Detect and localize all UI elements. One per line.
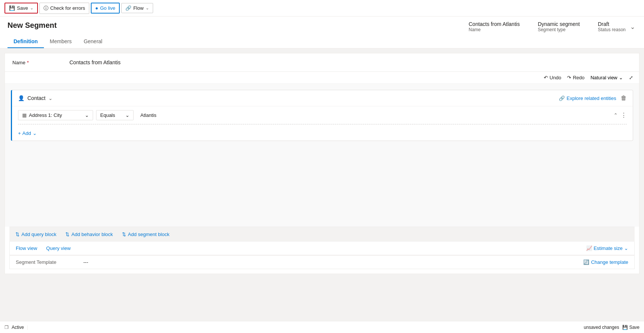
field-label: Address 1: City	[29, 112, 62, 118]
bottom-action-bar: ⇅ Add query block ⇅ Add behavior block ⇅…	[9, 227, 635, 242]
add-row: + Add ⌄	[12, 127, 633, 141]
delete-icon: 🗑	[621, 95, 627, 101]
view-select[interactable]: Natural view ⌄	[590, 75, 623, 80]
expand-button[interactable]: ⤢	[629, 75, 633, 80]
status-save-icon: 💾	[622, 325, 628, 330]
footer-panels: Flow view Query view 📈 Estimate size ⌄ S…	[9, 242, 635, 269]
status-save-button[interactable]: 💾 Save	[622, 325, 639, 330]
estimate-size-button[interactable]: 📈 Estimate size ⌄	[586, 245, 628, 251]
change-template-label: Change template	[591, 259, 628, 265]
change-template-button[interactable]: 🔄 Change template	[583, 259, 628, 265]
contact-block-header: 👤 Contact ⌄ 🔗 Explore related entities 🗑	[12, 90, 633, 106]
flow-button[interactable]: 🔗 Flow ⌄	[121, 3, 153, 13]
header-meta-wrapper: Contacts from Atlantis Name Dynamic segm…	[469, 21, 636, 32]
add-query-block-label: Add query block	[21, 232, 56, 237]
status-bar: ❐ Active | unsaved changes 💾 Save	[0, 321, 644, 333]
name-form-value: Contacts from Atlantis	[69, 59, 120, 65]
add-query-block-button[interactable]: ⇅ Add query block	[15, 232, 56, 237]
contact-title-label: Contact	[27, 95, 45, 101]
add-query-icon: ⇅	[15, 232, 20, 237]
add-behavior-block-button[interactable]: ⇅ Add behavior block	[65, 232, 113, 237]
status-save-label: Save	[629, 325, 639, 330]
operator-label: Equals	[100, 112, 115, 118]
check-errors-icon: ⓘ	[44, 5, 48, 12]
tab-definition[interactable]: Definition	[8, 35, 44, 48]
add-condition-button[interactable]: + Add ⌄	[18, 130, 37, 136]
tabs: Definition Members General	[8, 35, 636, 48]
header-name-value: Contacts from Atlantis	[469, 21, 520, 27]
tab-members[interactable]: Members	[44, 35, 78, 48]
name-form-section: Name * Contacts from Atlantis	[5, 53, 639, 72]
condition-row: ▦ Address 1: City ⌄ Equals ⌄ Atlantis ⌃ …	[12, 106, 633, 124]
header-status-reason-value: Draft	[598, 21, 626, 27]
status-divider: |	[27, 325, 28, 330]
estimate-icon: 📈	[586, 245, 592, 251]
flow-icon: 🔗	[125, 5, 131, 11]
undo-icon: ↶	[544, 75, 548, 80]
header-status-reason-label: Status reason	[598, 27, 626, 32]
name-form-row: Name * Contacts from Atlantis	[12, 59, 632, 65]
view-select-chevron: ⌄	[619, 75, 623, 80]
header-meta: Contacts from Atlantis Name Dynamic segm…	[469, 21, 626, 32]
add-segment-block-button[interactable]: ⇅ Add segment block	[122, 232, 170, 237]
undo-label: Undo	[549, 75, 561, 80]
contact-block-title: 👤 Contact ⌄	[18, 95, 53, 101]
contact-block-actions: 🔗 Explore related entities 🗑	[559, 95, 627, 101]
save-dropdown-icon[interactable]: ⌄	[30, 6, 33, 11]
explore-icon: 🔗	[559, 95, 565, 101]
segment-template-label: Segment Template	[16, 259, 83, 265]
page-header: New Segment Contacts from Atlantis Name …	[0, 17, 644, 48]
header-name-label: Name	[469, 27, 520, 32]
header-status-reason-meta: Draft Status reason	[598, 21, 626, 32]
explore-related-button[interactable]: 🔗 Explore related entities	[559, 95, 616, 101]
go-live-button[interactable]: ● Go live	[91, 3, 120, 14]
query-canvas: 👤 Contact ⌄ 🔗 Explore related entities 🗑	[5, 84, 639, 227]
save-label: Save	[17, 5, 28, 11]
save-button[interactable]: 💾 Save ⌄	[5, 3, 38, 14]
tab-general[interactable]: General	[78, 35, 108, 48]
condition-more-button[interactable]: ⋮	[621, 112, 627, 119]
add-label: Add	[23, 130, 31, 136]
flow-view-tab[interactable]: Flow view	[16, 245, 37, 251]
header-name-meta: Contacts from Atlantis Name	[469, 21, 520, 32]
contact-icon: 👤	[18, 95, 24, 101]
header-segment-type-label: Segment type	[538, 27, 580, 32]
name-form-label: Name *	[12, 60, 65, 65]
condition-operator-selector[interactable]: Equals ⌄	[96, 110, 134, 120]
add-behavior-block-label: Add behavior block	[71, 232, 113, 237]
canvas-section: ↶ Undo ↷ Redo Natural view ⌄ ⤢ 👤	[5, 72, 639, 274]
condition-field-selector[interactable]: ▦ Address 1: City ⌄	[18, 110, 93, 120]
contact-block: 👤 Contact ⌄ 🔗 Explore related entities 🗑	[11, 90, 633, 141]
header-collapse-button[interactable]: ⌄	[629, 22, 636, 32]
condition-value: Atlantis	[137, 110, 611, 120]
toolbar: 💾 Save ⌄ ⓘ Check for errors ● Go live 🔗 …	[0, 0, 644, 17]
status-left: ❐ Active |	[5, 325, 28, 330]
delete-block-button[interactable]: 🗑	[621, 95, 627, 101]
add-chevron: ⌄	[33, 130, 37, 136]
page-title: New Segment	[8, 21, 57, 30]
expand-icon: ⤢	[629, 75, 633, 80]
query-view-tab[interactable]: Query view	[46, 245, 71, 251]
add-segment-block-label: Add segment block	[128, 232, 170, 237]
redo-button[interactable]: ↷ Redo	[567, 75, 584, 80]
operator-chevron: ⌄	[125, 112, 129, 118]
contact-dropdown-button[interactable]: ⌄	[48, 95, 53, 101]
go-live-label: Go live	[100, 5, 115, 11]
change-template-icon: 🔄	[583, 259, 589, 265]
flow-dropdown-icon[interactable]: ⌄	[146, 6, 149, 11]
field-icon: ▦	[22, 112, 27, 118]
segment-template-row: Segment Template --- 🔄 Change template	[10, 255, 634, 269]
undo-button[interactable]: ↶ Undo	[544, 75, 561, 80]
canvas-toolbar: ↶ Undo ↷ Redo Natural view ⌄ ⤢	[5, 72, 639, 84]
flow-label: Flow	[133, 5, 143, 11]
go-live-icon: ●	[95, 5, 98, 11]
condition-collapse-button[interactable]: ⌃	[614, 112, 618, 118]
check-errors-button[interactable]: ⓘ Check for errors	[39, 3, 89, 14]
footer-view-tabs: Flow view Query view 📈 Estimate size ⌄	[10, 242, 634, 255]
header-segment-type-meta: Dynamic segment Segment type	[538, 21, 580, 32]
add-behavior-icon: ⇅	[65, 232, 69, 237]
estimate-label: Estimate size	[594, 245, 623, 251]
field-chevron: ⌄	[85, 112, 89, 118]
status-expand-icon[interactable]: ❐	[5, 325, 9, 330]
unsaved-changes-text: unsaved changes	[584, 325, 619, 330]
